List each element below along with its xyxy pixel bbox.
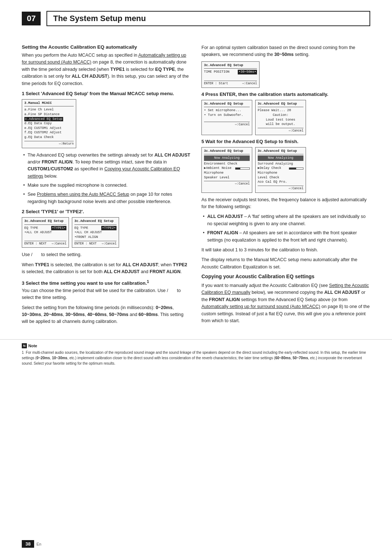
- step3-heading: Select the time setting you want to use …: [26, 280, 149, 286]
- step4-lcd2-row1: Please Wait... 20: [258, 108, 303, 113]
- step3-body1: You can choose the time period that will…: [22, 287, 191, 301]
- page-header: 07 The System Setup menu: [0, 0, 392, 33]
- step5-lcd2-analyzing: Now Analyzing: [258, 155, 303, 161]
- step5-lcd2-row4: Level Check: [258, 175, 303, 180]
- step2-lcd2-row2: •ALL CH ADJUST: [74, 230, 117, 235]
- chapter-title-box: The System Setup menu: [46, 11, 370, 26]
- step4-lcd2: 3c.Advanced EQ Setup Please Wait... 20 C…: [255, 100, 306, 135]
- step4-lcd-container: 3c.Advanced EQ Setup • Set microphone...…: [201, 100, 370, 135]
- right-intro: For an optimal system calibration based …: [201, 44, 370, 58]
- step5-lcd2-row5: Aco Cal EQ Pro.: [258, 180, 303, 185]
- step2-lcd2-footer: ENTER : NEXT ⇨:Cancel: [74, 241, 117, 246]
- step5-lcd1-analyzing: Now Analyzing: [204, 155, 250, 161]
- section1-body: When you perform the Auto MCACC setup as…: [22, 52, 191, 87]
- step4-lcd1-footer: ⇨:Cancel: [204, 122, 250, 127]
- step1-lcd-container: 3.Manual MCACC a.Fine Ch Level a.Fine SP…: [22, 99, 191, 148]
- right-lcd-time-row: TIME POSITION •30~50ms•: [204, 70, 257, 74]
- note-icon: N: [22, 343, 27, 348]
- step2-lcd1-title: 3c.Advanced EQ Setup: [24, 219, 66, 225]
- main-content: Setting the Acoustic Calibration EQ auto…: [0, 33, 392, 336]
- step5-lcd1-row3: Microphone: [204, 171, 250, 175]
- right-body3: The display returns to the Manual MCACC …: [201, 256, 370, 271]
- step5-lcd2-row1: Surround Analyzing: [258, 162, 303, 166]
- step1-lcd-footer: ⇨:Return: [24, 141, 74, 146]
- step2-lcd2-title: 3c.Advanced EQ Setup: [74, 219, 117, 225]
- bullet1-item2: Make sure the supplied microphone is con…: [22, 182, 191, 189]
- step1-lcd-row3: c.Advanced EQ Setup: [24, 117, 74, 122]
- step1-lcd-row5: e.EQ CUSTOM1 Adjust: [24, 126, 74, 131]
- bullet2-item1: ALL CH ADJUST – A 'flat' setting where a…: [201, 213, 370, 227]
- step4-lcd1-title: 3c.Advanced EQ Setup: [204, 102, 250, 108]
- step2-lcd1-row2: •ALL CH ADJUST: [24, 230, 66, 235]
- step5-lcd-container: 3c.Advanced EQ Setup Now Analyzing Envir…: [201, 147, 370, 193]
- step1-lcd-title: 3.Manual MCACC: [24, 101, 74, 107]
- right-lcd-time-spacer: [204, 74, 257, 80]
- chapter-number: 07: [22, 12, 41, 25]
- step1-heading: Select 'Advanced EQ Setup' from the Manu…: [26, 91, 174, 96]
- step5-heading: Wait for the Advanced EQ Setup to finish…: [205, 139, 298, 144]
- step5-lcd1-row4: Speaker Level: [204, 175, 250, 180]
- step4-lcd2-caution: Caution:Loud test toneswill be output.: [258, 113, 303, 127]
- right-lcd-time-container: 3c.Advanced EQ Setup TIME POSITION •30~5…: [201, 61, 370, 88]
- right-lcd-time-footer: ENTER : Start ⇨:Cancel: [204, 81, 257, 86]
- bullet1-item3: See Problems when using the Auto MCACC S…: [22, 191, 191, 205]
- note-label: Note: [28, 344, 37, 348]
- step4: 4 Press ENTER, then the calibration star…: [201, 92, 370, 97]
- step3-body2: Select the setting from the following ti…: [22, 304, 191, 325]
- step2-lcd2-row1: EQ TYPE •TYPE2•: [74, 226, 117, 231]
- step3: 3 Select the time setting you want to us…: [22, 279, 191, 286]
- step1-lcd-row6: f.EQ CUSTOM2 Adjust: [24, 130, 74, 135]
- step1: 1 Select 'Advanced EQ Setup' from the Ma…: [22, 91, 191, 96]
- step5-lcd2-row2: ▶Delay Check: [258, 166, 303, 171]
- use-note: Use / to select the setting.: [22, 251, 191, 258]
- step4-lcd1-row2: • Turn on Subwoofer.: [204, 113, 250, 118]
- chapter-title: The System Setup menu: [53, 14, 146, 23]
- step2-lcd1-row1: EQ TYPE •TYPE1•: [24, 226, 66, 231]
- step4-heading: Press ENTER, then the calibration starts…: [205, 92, 328, 97]
- step5-lcd1-title: 3c.Advanced EQ Setup: [204, 149, 250, 155]
- section2-heading: Copying your Acoustic Calibration EQ set…: [201, 274, 370, 279]
- step2-num: 2: [22, 209, 24, 214]
- note-text: 1 For multi-channel audio sources, the l…: [22, 350, 370, 366]
- bullet1-item1: The Advanced EQ setup overwrites the set…: [22, 152, 191, 180]
- step1-lcd-row1: a.Fine Ch Level: [24, 108, 74, 112]
- step5-lcd2-footer: ⇨:Cancel: [258, 186, 303, 191]
- step4-lcd1-row1: • Set microphone...: [204, 108, 250, 113]
- right-body1: As the receiver outputs test tones, the …: [201, 197, 370, 211]
- bullet2-item2: FRONT ALIGN – All speakers are set in ac…: [201, 230, 370, 244]
- bullet-list-2: ALL CH ADJUST – A 'flat' setting where a…: [201, 213, 370, 244]
- step4-lcd1: 3c.Advanced EQ Setup • Set microphone...…: [201, 100, 252, 135]
- right-body2: It will take about 1 to 3 minutes for th…: [201, 247, 370, 254]
- lang-label: En: [36, 542, 41, 546]
- bullet-list-1: The Advanced EQ setup overwrites the set…: [22, 152, 191, 206]
- step2-lcd2: 3c.Advanced EQ Setup EQ TYPE •TYPE2• •AL…: [72, 217, 119, 248]
- step1-lcd-row4: d.EQ Data Copy: [24, 121, 74, 126]
- step5-lcd2-title: 3c.Advanced EQ Setup: [258, 149, 303, 155]
- step2-lcd1-footer: ENTER : NEXT ⇨:Cancel: [24, 241, 66, 246]
- right-column: For an optimal system calibration based …: [201, 44, 370, 328]
- step5-lcd1-footer: ⇨:Cancel: [204, 181, 250, 186]
- step1-num: 1: [22, 91, 24, 96]
- left-column: Setting the Acoustic Calibration EQ auto…: [22, 44, 191, 328]
- step4-lcd2-footer: ⇨:Cancel: [258, 128, 303, 133]
- step5-num: 5: [201, 139, 204, 144]
- step5-lcd1-row2: ▶Ambient Noise: [204, 166, 250, 171]
- step2-lcd1: 3c.Advanced EQ Setup EQ TYPE •TYPE1• •AL…: [22, 217, 69, 248]
- step1-lcd: 3.Manual MCACC a.Fine Ch Level a.Fine SP…: [22, 99, 76, 148]
- step5-lcd1: 3c.Advanced EQ Setup Now Analyzing Envir…: [201, 147, 252, 193]
- type-explanation: When TYPE1 is selected, the calibration …: [22, 262, 191, 276]
- step4-lcd2-title: 3c.Advanced EQ Setup: [258, 102, 303, 108]
- page-footer: 38 En: [22, 540, 41, 548]
- step5-lcd2-row3: Microphone: [258, 171, 303, 175]
- page-number: 38: [22, 540, 34, 548]
- step3-num: 3: [22, 280, 24, 286]
- right-lcd-time-title: 3c.Advanced EQ Setup: [204, 63, 257, 69]
- step1-lcd-row2: a.Fine SP Distance: [24, 112, 74, 117]
- step1-lcd-row7: g.EQ Data Check: [24, 135, 74, 140]
- section1-heading: Setting the Acoustic Calibration EQ auto…: [22, 44, 191, 50]
- step5: 5 Wait for the Advanced EQ Setup to fini…: [201, 139, 370, 144]
- step4-num: 4: [201, 92, 204, 97]
- note-section: N Note 1 For multi-channel audio sources…: [0, 339, 392, 376]
- step2-heading: Select 'TYPE1' or 'TYPE2'.: [26, 209, 84, 214]
- step2-lcd-container: 3c.Advanced EQ Setup EQ TYPE •TYPE1• •AL…: [22, 217, 191, 248]
